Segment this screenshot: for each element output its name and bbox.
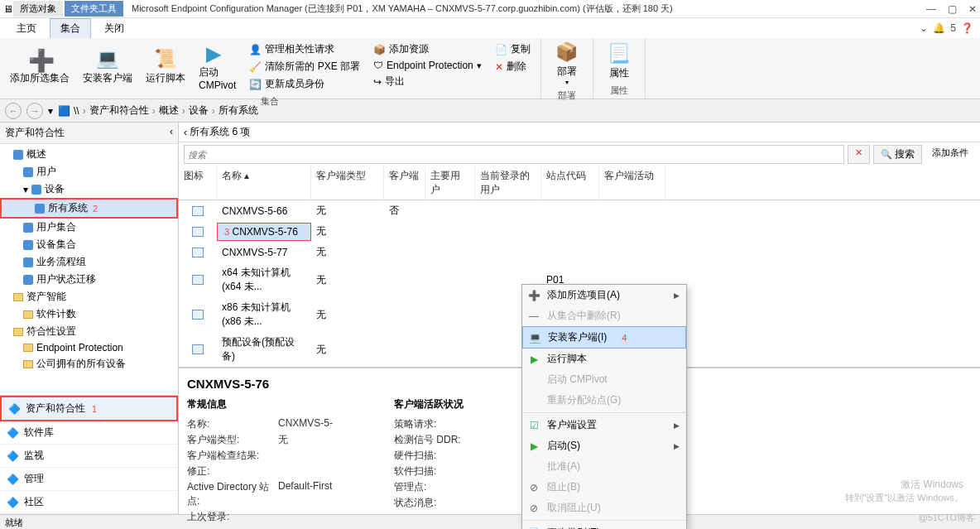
dropdown-icon[interactable]: ⌄ bbox=[920, 22, 928, 34]
db-icon bbox=[23, 257, 33, 267]
nav-back[interactable]: ← bbox=[5, 103, 22, 119]
ctx-item[interactable]: ▶启动(S)▶ bbox=[522, 435, 686, 456]
col-act[interactable]: 客户端活动 bbox=[599, 166, 665, 200]
tab-collection[interactable]: 集合 bbox=[50, 18, 91, 38]
tree-node[interactable]: Endpoint Protection bbox=[0, 340, 178, 355]
ribbon-run-script[interactable]: 📜运行脚本 bbox=[141, 40, 190, 94]
bell-icon[interactable]: 🔔 bbox=[933, 22, 945, 34]
tree-node[interactable]: 用户集合 bbox=[0, 219, 178, 236]
ctx-item[interactable]: 📄更改类别(E) bbox=[522, 522, 686, 529]
tab-home[interactable]: 主页 bbox=[7, 19, 46, 38]
ribbon-export[interactable]: ↪导出 bbox=[370, 74, 485, 89]
pc-icon bbox=[192, 227, 204, 237]
back-icon[interactable]: ‹ bbox=[184, 127, 187, 138]
detail-row: 客户端类型:无 bbox=[187, 432, 344, 448]
close-icon[interactable]: ✕ bbox=[968, 3, 977, 15]
ctx-item: 启动 CMPivot bbox=[522, 369, 686, 390]
ctx-item[interactable]: ☑客户端设置▶ bbox=[522, 415, 686, 435]
folder-icon bbox=[23, 360, 33, 368]
maximize-icon[interactable]: ▢ bbox=[948, 3, 957, 15]
clear-button[interactable]: ✕ bbox=[848, 145, 870, 164]
navpane-button[interactable]: 🔷资产和符合性1 bbox=[0, 396, 178, 421]
detail-row: 客户端检查结果: bbox=[187, 448, 344, 464]
tree-node[interactable]: 符合性设置 bbox=[0, 323, 178, 340]
col-type[interactable]: 客户端类型 bbox=[311, 166, 384, 200]
ribbon-copy[interactable]: 📄复制 bbox=[492, 41, 534, 57]
ribbon-ep[interactable]: 🛡Endpoint Protection ▾ bbox=[370, 59, 485, 72]
tree-node[interactable]: 软件计数 bbox=[0, 305, 178, 323]
blog-watermark: @51CTO博客 bbox=[919, 512, 975, 524]
tree-node[interactable]: 公司拥有的所有设备 bbox=[0, 355, 178, 373]
col-site[interactable]: 站点代码 bbox=[541, 166, 599, 200]
col-user[interactable]: 主要用户 bbox=[425, 166, 475, 200]
ribbon-properties[interactable]: 📃属性 bbox=[598, 40, 640, 83]
search-button[interactable]: 🔍 搜索 bbox=[873, 145, 922, 164]
table-row[interactable]: CNXMVS-5-66无否 bbox=[179, 200, 980, 221]
sidebar: 资产和符合性‹ 概述用户▾ 设备所有系统2用户集合设备集合业务流程组用户状态迁移… bbox=[0, 123, 179, 514]
col-name[interactable]: 名称 ▴ bbox=[217, 166, 311, 200]
navpane-button[interactable]: 🔷社区 bbox=[0, 491, 178, 514]
ribbon-cmpivot[interactable]: ▶启动 CMPivot bbox=[194, 40, 241, 94]
ctx-icon: ▶ bbox=[527, 353, 540, 366]
ctx-item[interactable]: ▶运行脚本 bbox=[522, 349, 686, 369]
detail-row: 修正: bbox=[187, 464, 344, 479]
db-icon bbox=[23, 275, 33, 285]
ctx-icon: 💻 bbox=[528, 331, 541, 344]
pc-icon bbox=[192, 248, 204, 257]
tree-node[interactable]: 用户 bbox=[0, 163, 178, 180]
help-icon[interactable]: ❓ bbox=[961, 22, 973, 34]
ribbon-clear-pxe[interactable]: 🧹清除所需的 PXE 部署 bbox=[246, 59, 363, 75]
col-login[interactable]: 当前登录的用户 bbox=[475, 166, 541, 200]
table-row[interactable]: 3 CNXMVS-5-76无 bbox=[179, 221, 980, 242]
ribbon-manage-req[interactable]: 👤管理相关性请求 bbox=[246, 41, 363, 57]
ribbon-deploy[interactable]: 📦部署▾ bbox=[546, 40, 588, 88]
title-tab-selected[interactable]: 所选对象 bbox=[13, 1, 63, 17]
ctx-icon: — bbox=[527, 310, 540, 323]
minimize-icon[interactable]: — bbox=[926, 3, 936, 15]
folder-icon bbox=[23, 310, 33, 319]
title-tab-folder[interactable]: 文件夹工具 bbox=[65, 1, 123, 17]
tab-close[interactable]: 关闭 bbox=[94, 19, 134, 38]
ribbon-delete[interactable]: ✕删除 bbox=[492, 59, 534, 75]
tree-node[interactable]: 概述 bbox=[0, 146, 178, 163]
col-client[interactable]: 客户端 bbox=[384, 166, 425, 200]
ribbon-add-collection[interactable]: ➕添加所选集合 bbox=[5, 40, 74, 94]
ribbon-install-client[interactable]: 💻安装客户端 bbox=[78, 40, 137, 94]
collapse-icon[interactable]: ‹ bbox=[170, 126, 173, 140]
ctx-icon bbox=[527, 394, 540, 407]
ctx-icon: ➕ bbox=[527, 289, 540, 302]
context-menu: ➕添加所选项目(A)▶—从集合中删除(R)💻安装客户端(I)4▶运行脚本启动 C… bbox=[521, 284, 687, 529]
navpane-button[interactable]: 🔷管理 bbox=[0, 468, 178, 491]
ctx-icon: ⊘ bbox=[527, 502, 540, 515]
folder-icon bbox=[13, 328, 23, 336]
nav-icon: 🔷 bbox=[7, 474, 19, 485]
tree-node[interactable]: ▾ 设备 bbox=[0, 180, 178, 198]
tree-node[interactable]: 业务流程组 bbox=[0, 253, 178, 271]
stack-icon: 📦 bbox=[373, 44, 386, 55]
table-row[interactable]: CNXMVS-5-77无 bbox=[179, 242, 980, 262]
tree-node[interactable]: 设备集合 bbox=[0, 236, 178, 253]
nav-fwd[interactable]: → bbox=[26, 103, 43, 119]
db-icon bbox=[31, 185, 41, 195]
root-icon: 🟦 bbox=[58, 105, 70, 117]
nav-icon: 🔷 bbox=[7, 497, 19, 508]
ribbon-add-resource[interactable]: 📦添加资源 bbox=[370, 41, 485, 57]
tree-node[interactable]: 用户状态迁移 bbox=[0, 271, 178, 288]
add-criteria[interactable]: 添加条件 bbox=[925, 145, 975, 164]
breadcrumb[interactable]: 🟦\\› 资产和符合性› 概述› 设备› 所有系统 bbox=[58, 103, 975, 118]
col-icon[interactable]: 图标 bbox=[179, 166, 217, 200]
window-title: Microsoft Endpoint Configuration Manager… bbox=[132, 2, 673, 15]
ctx-item[interactable]: 💻安装客户端(I)4 bbox=[522, 326, 686, 349]
ribbon-update-members[interactable]: 🔄更新成员身份 bbox=[246, 76, 363, 92]
tree-node[interactable]: 资产智能 bbox=[0, 288, 178, 305]
navpane-button[interactable]: 🔷监视 bbox=[0, 445, 178, 468]
tree-node[interactable]: 所有系统2 bbox=[0, 198, 178, 219]
db-icon bbox=[23, 167, 33, 177]
detail-row: 名称:CNXMVS-5- bbox=[187, 416, 344, 432]
folder-icon bbox=[13, 293, 23, 301]
ctx-item[interactable]: ➕添加所选项目(A)▶ bbox=[522, 285, 686, 305]
ctx-icon bbox=[527, 373, 540, 387]
nav-dropdown[interactable]: ▾ bbox=[48, 105, 53, 117]
search-input[interactable] bbox=[184, 145, 844, 164]
navpane-button[interactable]: 🔷软件库 bbox=[0, 421, 178, 445]
